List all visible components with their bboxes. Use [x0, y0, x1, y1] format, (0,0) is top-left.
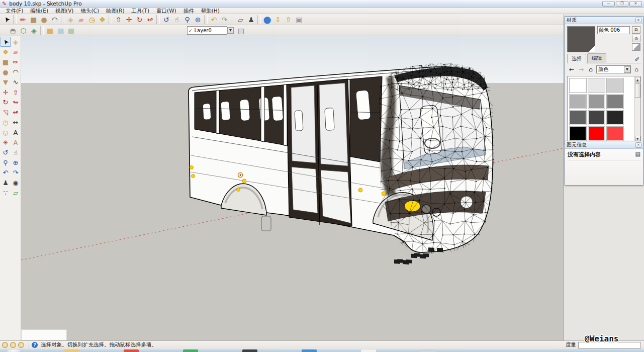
menu-item-1[interactable]: 编辑(E) — [27, 8, 52, 14]
3d-text-tool-icon[interactable]: A — [11, 137, 21, 147]
close-button[interactable]: ✕ — [629, 1, 642, 7]
in-model-icon[interactable]: ⌂ — [632, 66, 640, 73]
rotate-tool-icon[interactable]: ↻ — [1, 97, 11, 107]
next-view-icon[interactable]: ↷ — [11, 167, 21, 178]
line-tool-icon[interactable]: ✏ — [11, 57, 21, 67]
home-icon[interactable]: ⌂ — [587, 66, 595, 73]
pan-tool-icon[interactable]: ☝ — [11, 147, 21, 157]
push-pull-tool-icon[interactable]: ⇧ — [113, 15, 124, 25]
walk-tool-icon[interactable]: ∵ — [1, 188, 11, 198]
mesh-sphere-icon[interactable]: ◈ — [29, 26, 39, 36]
section-plane-icon[interactable]: ▱ — [235, 15, 246, 25]
protractor-tool-icon[interactable]: ◶ — [1, 127, 11, 137]
menu-item-0[interactable]: 文件(F) — [2, 8, 27, 14]
geolocation-icon-1[interactable] — [2, 342, 8, 348]
menu-item-6[interactable]: 窗口(W) — [153, 8, 180, 14]
push-pull-tool-icon[interactable]: ⇧ — [11, 87, 21, 97]
windows-taskbar[interactable] — [0, 349, 644, 352]
taskbar-gray-app-icon[interactable] — [420, 349, 435, 352]
create-material-icon[interactable]: ⊕ — [632, 35, 640, 42]
circle-tool-icon[interactable]: ● — [39, 15, 49, 25]
offset-tool-icon[interactable]: ↫ — [145, 15, 155, 25]
move-tool-icon[interactable]: ✛ — [1, 87, 11, 97]
layer-manager-icon[interactable]: ▤ — [236, 26, 246, 36]
collection-arrow-icon[interactable]: ▼ — [624, 66, 630, 73]
axes-tool-icon[interactable]: ✳ — [1, 137, 11, 147]
geolocation-icon-3[interactable] — [18, 342, 24, 348]
menu-item-3[interactable]: 镜头(C) — [77, 8, 103, 14]
color-swatch-5[interactable] — [606, 94, 624, 109]
swatch-scrollbar[interactable]: ▲ ▼ — [634, 76, 640, 142]
text-tool-icon[interactable]: A — [11, 127, 21, 137]
details-toggle-icon[interactable]: ▤ — [635, 151, 640, 157]
color-swatch-0[interactable] — [569, 78, 587, 93]
follow-me-tool-icon[interactable]: ↬ — [11, 97, 21, 107]
offset-tool-icon[interactable]: ↫ — [11, 107, 21, 117]
pan-tool-icon[interactable]: ☝ — [171, 15, 182, 25]
taskbar-folder-icon[interactable] — [64, 349, 79, 352]
section-plane-icon[interactable]: ▱ — [11, 188, 21, 198]
help-question-icon[interactable]: ? — [32, 342, 38, 348]
color-swatch-9[interactable] — [569, 126, 587, 141]
orbit-tool-icon[interactable]: ↺ — [1, 147, 11, 157]
taskbar-green-app-icon[interactable] — [183, 349, 198, 352]
taskbar-white-app-icon[interactable] — [361, 349, 376, 352]
restore-button[interactable]: ❐ — [616, 1, 628, 7]
geolocation-icon-2[interactable] — [10, 342, 16, 348]
xray-style-icon[interactable]: ▦ — [45, 26, 55, 36]
color-swatch-3[interactable] — [569, 94, 587, 109]
tape-measure-icon[interactable]: ◷ — [86, 15, 97, 25]
dimension-tool-icon[interactable]: ↔ — [11, 117, 21, 127]
soften-edges-icon[interactable]: ◓ — [8, 26, 18, 36]
default-material-swatch[interactable] — [632, 43, 640, 51]
photo-textures-icon[interactable]: ▣ — [294, 15, 304, 25]
sample-paint-icon[interactable]: ✐ — [633, 56, 641, 63]
tape-measure-icon[interactable]: ◷ — [1, 117, 11, 127]
menu-item-5[interactable]: 工具(T) — [128, 8, 153, 14]
look-around-icon[interactable]: ◉ — [11, 178, 21, 188]
menu-item-4[interactable]: 绘图(R) — [103, 8, 128, 14]
taskbar-red-app-icon[interactable] — [124, 349, 139, 352]
layer-dropdown[interactable]: ✓ Layer0 — [187, 26, 227, 35]
color-swatch-4[interactable] — [588, 94, 605, 109]
line-tool-icon[interactable]: ✏ — [18, 15, 28, 25]
polygon-tool-icon[interactable]: ▼ — [1, 77, 11, 87]
make-component-icon[interactable]: ◈ — [65, 15, 76, 25]
wireframe-style-icon[interactable]: ▦ — [55, 26, 66, 36]
minimize-button[interactable]: — — [602, 1, 615, 7]
previous-view-icon[interactable]: ↶ — [1, 167, 11, 178]
circle-tool-icon[interactable]: ● — [1, 67, 11, 77]
position-camera-icon[interactable]: ♟ — [1, 178, 11, 188]
paint-bucket-icon[interactable]: ❖ — [1, 47, 11, 57]
select-tool-icon[interactable]: ➤ — [0, 12, 14, 27]
rectangle-tool-icon[interactable]: ■ — [28, 15, 39, 25]
tab-select[interactable]: 选择 — [567, 54, 586, 63]
entity-info-close-icon[interactable]: ✕ — [635, 142, 641, 148]
arc-tool-icon[interactable]: ◠ — [11, 67, 21, 77]
color-swatch-6[interactable] — [569, 110, 587, 125]
move-tool-icon[interactable]: ✛ — [124, 15, 134, 25]
zoom-extents-icon[interactable]: ⊕ — [193, 15, 203, 25]
eraser-tool-icon[interactable]: ▰ — [76, 15, 86, 25]
position-camera-icon[interactable]: ♟ — [246, 15, 256, 25]
place-model-icon[interactable]: ⇧ — [283, 15, 294, 25]
forward-arrow-icon[interactable]: → — [577, 66, 585, 73]
shaded-style-icon[interactable]: ▦ — [66, 26, 76, 36]
color-swatch-10[interactable] — [588, 126, 605, 141]
eraser-tool-icon[interactable]: ▰ — [11, 47, 21, 57]
paint-bucket-icon[interactable]: ❖ — [97, 15, 108, 25]
viewport-canvas[interactable] — [21, 36, 564, 340]
model-viewport[interactable] — [21, 36, 564, 340]
menu-item-7[interactable]: 插件 — [180, 8, 198, 14]
material-name-input[interactable] — [597, 26, 630, 34]
select-tool-icon[interactable]: ➤ — [1, 37, 11, 47]
zoom-tool-icon[interactable]: ⚲ — [1, 157, 11, 167]
taskbar-blue-app-icon[interactable] — [302, 349, 317, 352]
color-swatch-7[interactable] — [588, 110, 605, 125]
taskbar-dark-app-icon[interactable] — [242, 349, 257, 352]
scale-tool-icon[interactable]: ◹ — [1, 107, 11, 117]
secondary-pane-icon[interactable]: ⧉ — [632, 26, 640, 34]
color-swatch-2[interactable] — [606, 78, 624, 93]
back-arrow-icon[interactable]: ← — [568, 66, 576, 73]
menu-item-8[interactable]: 帮助(H) — [198, 8, 223, 14]
